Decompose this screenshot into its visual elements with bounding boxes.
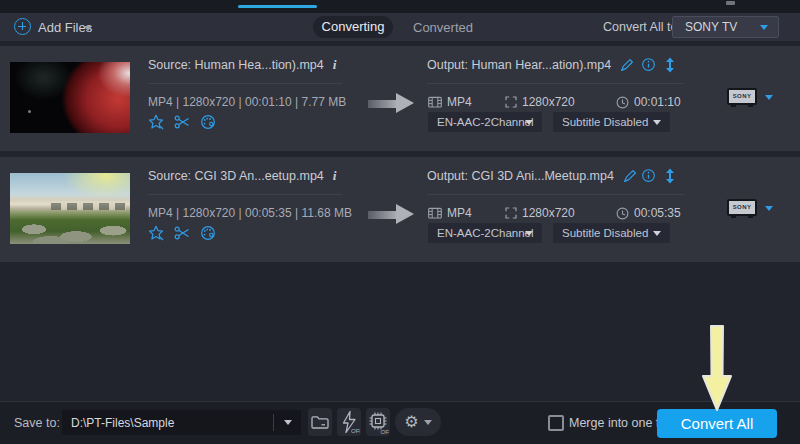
resolution-expand-icon xyxy=(505,207,517,219)
source-name-line: Source: CGI 3D An...eetup.mp4 i xyxy=(148,168,337,184)
cut-scissors-icon[interactable] xyxy=(174,225,190,241)
bottom-bar: Save to: OFF xyxy=(0,401,800,444)
settings-chevron-down-icon xyxy=(424,420,432,425)
audio-track-value: EN-AAC-2Channel xyxy=(437,227,534,239)
source-name: Source: CGI 3D An...eetup.mp4 xyxy=(148,169,324,183)
divider xyxy=(427,194,684,195)
convert-all-to-label: Convert All to: xyxy=(603,20,681,34)
gpu-chip-button[interactable]: OFF xyxy=(366,408,390,436)
divider xyxy=(148,83,342,84)
output-info-icon[interactable] xyxy=(641,57,656,72)
subtitle-select[interactable]: Subtitle Disabled xyxy=(553,223,670,243)
output-resolution: 1280x720 xyxy=(522,206,575,220)
add-files-chevron-down-icon[interactable] xyxy=(84,26,92,31)
subtitle-chevron-down-icon xyxy=(653,231,661,236)
source-name: Source: Human Hea...tion).mp4 xyxy=(148,58,324,72)
toolbar: Add Files Converting Converted Convert A… xyxy=(0,13,800,41)
video-converter-window: Add Files Converting Converted Convert A… xyxy=(0,0,800,444)
audio-track-select[interactable]: EN-AAC-2Channel xyxy=(428,223,542,243)
effect-palette-icon[interactable] xyxy=(200,225,216,241)
file-row-1[interactable]: Source: Human Hea...tion).mp4 i MP4 | 12… xyxy=(0,46,800,151)
tv-foot xyxy=(748,105,753,107)
add-files-icon[interactable] xyxy=(14,18,31,35)
row-tools xyxy=(148,225,216,241)
resolution-expand-icon xyxy=(505,96,517,108)
output-format-stat: MP4 xyxy=(428,95,472,109)
source-name-line: Source: Human Hea...tion).mp4 i xyxy=(148,57,337,73)
folder-icon xyxy=(311,415,329,429)
subtitle-value: Subtitle Disabled xyxy=(562,116,648,128)
settings-button[interactable]: ⚙ xyxy=(395,408,441,436)
device-profile-button[interactable]: SONY xyxy=(727,88,783,112)
audio-track-value: EN-AAC-2Channel xyxy=(437,116,534,128)
effect-palette-icon[interactable] xyxy=(200,114,216,130)
row-tools xyxy=(148,114,216,130)
move-reorder-icon[interactable] xyxy=(663,57,677,73)
media-info-icon[interactable]: i xyxy=(333,57,337,73)
output-duration-stat: 00:05:35 xyxy=(616,206,681,220)
device-profile-button[interactable]: SONY xyxy=(727,199,783,223)
output-format: MP4 xyxy=(447,206,472,220)
clock-icon xyxy=(616,207,629,220)
audio-track-select[interactable]: EN-AAC-2Channel xyxy=(428,112,542,132)
output-format-stat: MP4 xyxy=(428,206,472,220)
output-profile-select[interactable]: SONY TV xyxy=(672,16,779,38)
rename-pencil-icon[interactable] xyxy=(619,57,635,73)
tv-foot xyxy=(731,105,736,107)
edit-star-icon[interactable] xyxy=(148,225,164,241)
output-name: Output: Human Hear...ation).mp4 xyxy=(427,58,611,72)
output-duration: 00:01:10 xyxy=(634,95,681,109)
window-corner-mark xyxy=(726,1,735,5)
device-chevron-down-icon xyxy=(765,206,773,211)
output-name-line: Output: Human Hear...ation).mp4 xyxy=(427,57,635,73)
merge-checkbox[interactable] xyxy=(548,415,564,431)
output-format: MP4 xyxy=(447,95,472,109)
subtitle-value: Subtitle Disabled xyxy=(562,227,648,239)
film-icon xyxy=(428,207,442,220)
film-icon xyxy=(428,96,442,109)
tab-converted[interactable]: Converted xyxy=(413,20,473,35)
tv-device-icon: SONY xyxy=(727,88,757,105)
audio-chevron-down-icon xyxy=(525,231,533,236)
video-thumbnail-heart xyxy=(10,62,130,133)
rename-pencil-icon[interactable] xyxy=(622,168,638,184)
tab-converting[interactable]: Converting xyxy=(313,16,393,38)
output-name-line: Output: CGI 3D Ani...Meetup.mp4 xyxy=(427,168,638,184)
chip-off-label: OFF xyxy=(381,429,390,435)
tv-device-icon: SONY xyxy=(727,199,757,216)
edit-star-icon[interactable] xyxy=(148,114,164,130)
tv-foot xyxy=(748,216,753,218)
convert-all-button[interactable]: Convert All xyxy=(657,409,777,438)
profile-chevron-down-icon xyxy=(760,25,768,30)
subtitle-select[interactable]: Subtitle Disabled xyxy=(553,112,670,132)
source-stats: MP4 | 1280x720 | 00:01:10 | 7.77 MB xyxy=(148,95,346,109)
divider xyxy=(427,83,684,84)
lightning-off-icon: OFF xyxy=(338,410,360,434)
divider xyxy=(148,194,342,195)
move-reorder-icon[interactable] xyxy=(663,168,677,184)
hw-accel-off-label: OFF xyxy=(351,428,360,434)
gear-icon: ⚙ xyxy=(404,414,418,430)
device-chevron-down-icon xyxy=(765,95,773,100)
audio-chevron-down-icon xyxy=(525,120,533,125)
tv-foot xyxy=(731,216,736,218)
open-folder-button[interactable] xyxy=(308,408,332,436)
output-resolution-stat: 1280x720 xyxy=(505,95,575,109)
file-row-2[interactable]: Source: CGI 3D An...eetup.mp4 i MP4 | 12… xyxy=(0,157,800,262)
hardware-acceleration-button[interactable]: OFF xyxy=(337,408,361,436)
save-path-field[interactable] xyxy=(62,410,301,435)
source-to-output-arrow-icon xyxy=(368,93,414,114)
clock-icon xyxy=(616,96,629,109)
subtitle-chevron-down-icon xyxy=(653,120,661,125)
save-path-input[interactable] xyxy=(62,410,276,435)
output-name: Output: CGI 3D Ani...Meetup.mp4 xyxy=(427,169,614,183)
divider xyxy=(273,414,274,431)
output-duration-stat: 00:01:10 xyxy=(616,95,681,109)
cut-scissors-icon[interactable] xyxy=(174,114,190,130)
output-info-icon[interactable] xyxy=(641,168,656,183)
video-thumbnail-building xyxy=(10,173,130,244)
save-path-chevron-down-icon[interactable] xyxy=(284,420,292,425)
source-stats: MP4 | 1280x720 | 00:05:35 | 11.68 MB xyxy=(148,206,352,220)
title-strip xyxy=(0,0,800,13)
media-info-icon[interactable]: i xyxy=(333,168,337,184)
